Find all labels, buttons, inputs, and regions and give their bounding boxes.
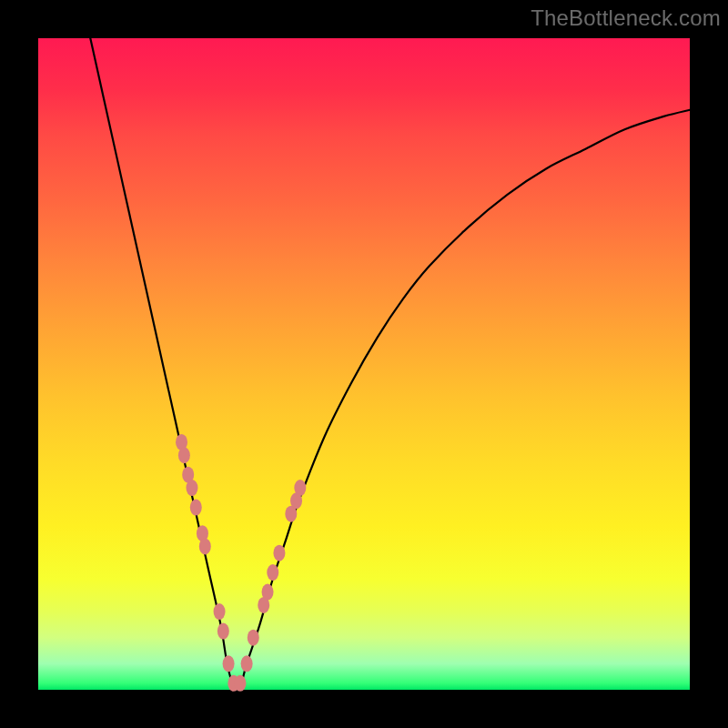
data-marker <box>190 500 202 516</box>
marker-group <box>176 434 306 692</box>
chart-frame: TheBottleneck.com <box>0 0 728 728</box>
bottleneck-curve <box>90 38 690 690</box>
data-marker <box>267 564 278 581</box>
data-marker <box>217 623 229 640</box>
data-marker <box>248 630 259 646</box>
chart-svg <box>38 38 690 690</box>
data-marker <box>214 603 226 620</box>
data-marker <box>262 584 274 601</box>
data-marker <box>199 538 211 554</box>
data-marker <box>241 655 253 672</box>
data-marker <box>294 480 306 496</box>
plot-area <box>38 38 690 690</box>
data-marker <box>186 480 197 496</box>
data-marker <box>178 447 190 463</box>
data-marker <box>273 545 285 561</box>
data-marker <box>234 675 246 692</box>
data-marker <box>223 655 235 672</box>
watermark-text: TheBottleneck.com <box>531 5 721 31</box>
